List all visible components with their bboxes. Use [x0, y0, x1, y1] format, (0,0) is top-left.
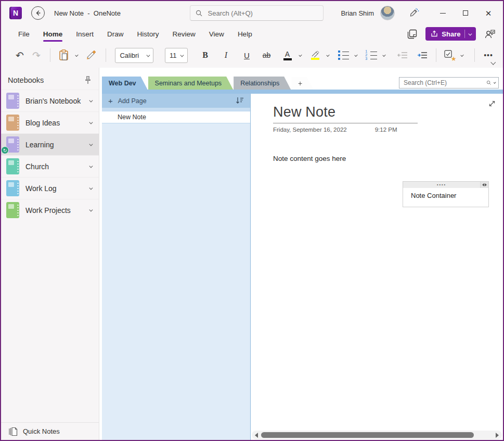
- back-button[interactable]: [31, 6, 45, 20]
- search-icon: [196, 9, 203, 17]
- scroll-left-button[interactable]: [254, 433, 259, 438]
- chevron-down-icon[interactable]: [89, 143, 92, 146]
- font-name-chevron-icon: [146, 53, 149, 56]
- minimize-button[interactable]: [431, 4, 454, 22]
- note-body-text[interactable]: Note content goes here: [273, 155, 503, 162]
- add-section-button[interactable]: +: [291, 77, 313, 90]
- page-date: Friday, September 16, 2022: [273, 127, 347, 133]
- global-search-input[interactable]: [208, 9, 318, 17]
- add-page-button[interactable]: + Add Page: [102, 94, 250, 108]
- scroll-right-arrow-icon: [496, 433, 499, 438]
- pages-panel: + Add Page New Note: [102, 94, 251, 440]
- menu-view[interactable]: View: [202, 27, 231, 41]
- add-page-label: Add Page: [118, 97, 230, 105]
- section-tab-relationships[interactable]: Relationships: [234, 77, 291, 90]
- todo-tag-button[interactable]: ★: [442, 47, 457, 63]
- horizontal-scrollbar[interactable]: [252, 431, 502, 439]
- feedback-icon[interactable]: [484, 29, 496, 39]
- chevron-down-icon[interactable]: [89, 99, 92, 102]
- bullet-list-chevron-icon[interactable]: [355, 53, 358, 56]
- minimize-icon: [440, 13, 446, 14]
- numbered-list-chevron-icon[interactable]: [383, 53, 386, 56]
- menu-insert[interactable]: Insert: [69, 27, 100, 41]
- menu-home[interactable]: Home: [36, 27, 70, 41]
- font-color-button[interactable]: A: [280, 47, 295, 63]
- menu-draw[interactable]: Draw: [100, 27, 131, 41]
- title-bar-left: N New Note - OneNote: [1, 6, 121, 20]
- page-title[interactable]: New Note: [273, 104, 503, 120]
- scrollbar-thumb[interactable]: [261, 432, 474, 438]
- paste-dropdown-chevron-icon[interactable]: [75, 53, 78, 56]
- redo-button[interactable]: ↷: [29, 47, 44, 63]
- underline-button[interactable]: U: [240, 47, 254, 63]
- full-page-view-icon[interactable]: [407, 29, 417, 39]
- collapse-ribbon-button[interactable]: [491, 57, 495, 67]
- chevron-down-icon[interactable]: [89, 165, 92, 168]
- sort-pages-icon[interactable]: [236, 97, 244, 105]
- user-avatar[interactable]: [380, 6, 395, 20]
- font-size-select[interactable]: 11: [165, 48, 187, 63]
- resize-left-arrow-icon: [482, 183, 484, 186]
- pin-icon[interactable]: [84, 76, 92, 84]
- section-tab-label: Web Dev: [109, 80, 136, 87]
- maximize-button[interactable]: [454, 4, 477, 22]
- menu-file[interactable]: File: [11, 27, 36, 41]
- highlight-button[interactable]: [308, 47, 322, 63]
- search-scope-chevron-icon[interactable]: [494, 81, 496, 84]
- notebook-item-church[interactable]: Church: [1, 155, 99, 177]
- notebook-item-work-projects[interactable]: Work Projects: [1, 199, 99, 221]
- whats-new-megaphone-icon[interactable]: [406, 5, 422, 21]
- menu-history[interactable]: History: [131, 27, 166, 41]
- quick-notes-button[interactable]: Quick Notes: [1, 422, 99, 440]
- note-container-move-handle[interactable]: ••••: [403, 182, 488, 188]
- close-button[interactable]: ✕: [477, 4, 500, 22]
- quick-notes-label: Quick Notes: [23, 427, 60, 435]
- notebook-item-work-log[interactable]: Work Log: [1, 177, 99, 199]
- font-name-select[interactable]: Calibri: [115, 48, 153, 63]
- highlight-chevron-icon[interactable]: [327, 53, 330, 56]
- chevron-down-icon[interactable]: [89, 208, 92, 211]
- section-search-input[interactable]: [404, 79, 484, 86]
- menu-help[interactable]: Help: [231, 27, 259, 41]
- note-container-text[interactable]: Note Container: [403, 188, 488, 199]
- notebook-icon: [6, 115, 19, 131]
- close-icon: ✕: [485, 9, 492, 17]
- toolbar-divider: [436, 48, 436, 62]
- bullet-list-button[interactable]: [336, 47, 351, 63]
- tag-star-icon: ★: [451, 55, 457, 62]
- page-item-new-note[interactable]: New Note: [102, 111, 250, 123]
- scroll-right-button[interactable]: [495, 433, 500, 438]
- notebook-item-blog-ideas[interactable]: Blog Ideas: [1, 111, 99, 133]
- numbered-list-button[interactable]: 1 2 3: [364, 47, 379, 63]
- font-size-chevron-icon: [180, 53, 184, 56]
- italic-button[interactable]: I: [219, 47, 234, 63]
- undo-button[interactable]: ↶: [12, 47, 27, 63]
- chevron-down-icon[interactable]: [89, 186, 92, 190]
- paste-button[interactable]: [57, 47, 71, 63]
- decrease-indent-button[interactable]: [395, 47, 410, 63]
- global-search[interactable]: [190, 5, 324, 21]
- section-tab-seminars-and-meetups[interactable]: Seminars and Meetups: [148, 77, 234, 90]
- title-bar: N New Note - OneNote Brian Shim ✕: [1, 1, 503, 25]
- todo-tag-chevron-icon[interactable]: [461, 53, 464, 56]
- notebook-item-learning[interactable]: Learning ↻: [1, 133, 99, 155]
- font-color-chevron-icon[interactable]: [299, 53, 302, 56]
- note-container-resize-handle[interactable]: [480, 182, 488, 188]
- section-search[interactable]: [399, 77, 499, 89]
- strikethrough-button[interactable]: ab: [260, 47, 274, 63]
- menu-review[interactable]: Review: [166, 27, 202, 41]
- section-tab-row: Web Dev Seminars and Meetups Relationshi…: [99, 77, 503, 90]
- chevron-down-icon[interactable]: [89, 121, 92, 124]
- editor-canvas[interactable]: New Note Friday, September 16, 2022 9:12…: [251, 94, 503, 431]
- increase-indent-button[interactable]: [415, 47, 430, 63]
- share-button[interactable]: Share: [425, 27, 476, 41]
- notebook-item-brians-notebook[interactable]: Brian's Notebook: [1, 90, 99, 111]
- notebook-icon: [6, 202, 19, 218]
- section-tab-web-dev[interactable]: Web Dev: [102, 77, 148, 90]
- note-container[interactable]: •••• Note Container: [403, 181, 489, 207]
- scrollbar-track[interactable]: [261, 432, 493, 438]
- notebook-icon: [6, 158, 19, 174]
- format-painter-button[interactable]: [85, 47, 99, 63]
- menu-bar: File Home Insert Draw History Review Vie…: [1, 25, 503, 43]
- bold-button[interactable]: B: [198, 47, 213, 63]
